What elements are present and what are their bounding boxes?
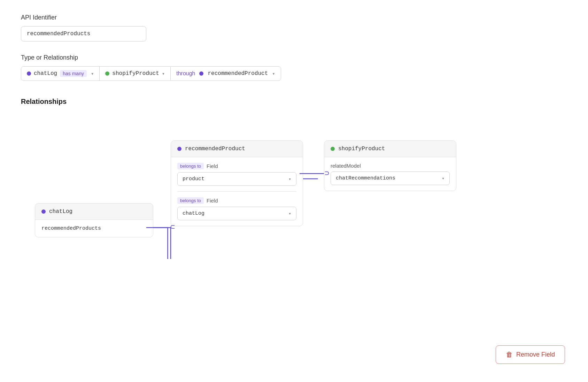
shopify-product-card: shopifyProduct relatedModel chatRecommen…: [324, 140, 456, 191]
segment-target-chevron: ▾: [162, 71, 165, 77]
relationship-row: chatLog has many ▾ shopifyProduct ▾ thro…: [21, 66, 281, 81]
section1-select-value: product: [183, 176, 204, 182]
relationships-title: Relationships: [21, 98, 567, 106]
right-connector-svg: ⊃: [300, 167, 331, 181]
shopify-card-body: relatedModel chatRecommendations ▾: [324, 157, 456, 191]
shopify-card-header: shopifyProduct: [324, 141, 456, 157]
chatlog-name: chatLog: [34, 70, 57, 77]
segment-source-chevron: ▾: [91, 71, 94, 77]
api-identifier-input[interactable]: [21, 26, 146, 41]
shopify-select-value: chatRecommendations: [336, 175, 395, 181]
rec-section1-label-row: belongs to Field: [177, 163, 296, 169]
type-relationship-section: Type or Relationship chatLog has many ▾ …: [21, 54, 567, 81]
rec-product-header: recommendedProduct: [171, 141, 303, 157]
has-many-badge: has many: [60, 70, 87, 77]
segment-target[interactable]: shopifyProduct ▾: [100, 67, 171, 80]
recommended-product-card: recommendedProduct belongs to Field prod…: [171, 140, 303, 226]
chatlog-header-text: chatLog: [49, 208, 72, 215]
related-model-label: relatedModel: [331, 163, 450, 169]
section2-select[interactable]: chatLog ▾: [177, 207, 296, 220]
shopify-name: shopifyProduct: [112, 70, 159, 77]
api-identifier-label: API Identifier: [21, 14, 567, 21]
shopify-dot: [331, 147, 335, 151]
segment-through[interactable]: through recommendedProduct ▾: [171, 67, 281, 80]
api-identifier-section: API Identifier: [21, 14, 567, 41]
rec-product-dot: [177, 147, 181, 151]
segment-source[interactable]: chatLog has many ▾: [21, 67, 100, 81]
svg-text:⊃: ⊃: [170, 223, 175, 232]
field-text-2: Field: [207, 198, 218, 204]
relationships-section: Relationships chatLog recommendedProduct…: [21, 98, 567, 294]
rec-product-header-text: recommendedProduct: [185, 146, 245, 152]
svg-text:⊃: ⊃: [325, 169, 329, 178]
section2-chevron: ▾: [288, 211, 291, 216]
through-model-name: recommendedProduct: [208, 70, 268, 77]
section2-select-value: chatLog: [183, 211, 204, 216]
dot-purple-through: [199, 71, 203, 76]
type-relationship-label: Type or Relationship: [21, 54, 567, 61]
trash-icon: 🗑: [506, 351, 513, 359]
belongs-to-badge-2: belongs to: [177, 197, 204, 204]
left-connector-svg: ⊃: [146, 221, 188, 262]
chatlog-field-value: recommendedProducts: [35, 220, 153, 237]
diagram-area: chatLog recommendedProducts recommendedP…: [21, 120, 567, 294]
chatlog-card: chatLog recommendedProducts: [35, 203, 153, 237]
field-separator: [177, 191, 296, 192]
shopify-header-text: shopifyProduct: [338, 146, 385, 152]
shopify-select[interactable]: chatRecommendations ▾: [331, 171, 450, 185]
shopify-chevron: ▾: [442, 176, 444, 181]
chatlog-dot: [41, 209, 46, 214]
rec-product-section1: belongs to Field product ▾: [177, 163, 296, 186]
dot-green-shopify: [105, 71, 109, 76]
remove-field-button[interactable]: 🗑 Remove Field: [496, 345, 565, 364]
rec-product-section2: belongs to Field chatLog ▾: [177, 197, 296, 220]
belongs-to-badge-1: belongs to: [177, 163, 204, 169]
dot-purple-chatlog: [27, 71, 31, 76]
section1-chevron: ▾: [288, 176, 291, 182]
remove-field-label: Remove Field: [516, 351, 555, 358]
chatlog-card-header: chatLog: [35, 204, 153, 220]
through-text: through: [176, 70, 195, 77]
segment-through-chevron: ▾: [272, 71, 275, 77]
rec-product-body: belongs to Field product ▾ belongs to Fi…: [171, 157, 303, 226]
section1-select[interactable]: product ▾: [177, 172, 296, 186]
field-text-1: Field: [207, 163, 218, 169]
rec-section2-label-row: belongs to Field: [177, 197, 296, 204]
